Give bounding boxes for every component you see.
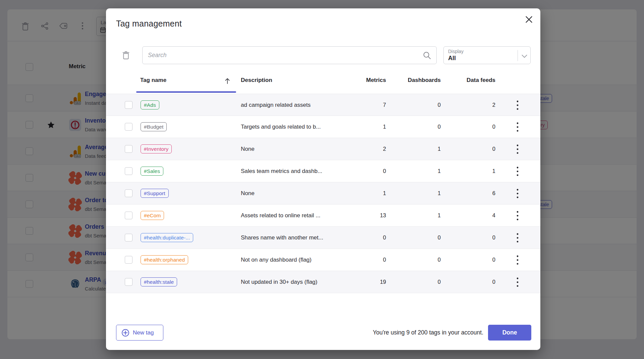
chevron-down-icon — [521, 54, 528, 58]
tag-count-datafeeds: 0 — [492, 234, 495, 241]
row-menu-icon[interactable] — [516, 232, 524, 244]
tag-chip[interactable]: #Sales — [141, 167, 163, 176]
tag-count-metrics: 2 — [383, 146, 386, 152]
row-menu-icon[interactable] — [516, 254, 524, 266]
tag-count-dashboards: 1 — [438, 168, 441, 174]
tag-count-dashboards: 0 — [438, 124, 441, 130]
column-header-data-feeds[interactable]: Data feeds — [467, 77, 495, 84]
column-header-tag-name[interactable]: Tag name — [140, 77, 166, 84]
tag-count-dashboards: 0 — [438, 234, 441, 241]
tag-row-checkbox[interactable] — [125, 212, 132, 219]
divider — [518, 50, 518, 61]
tag-row-checkbox[interactable] — [125, 167, 132, 175]
tag-count-dashboards: 1 — [438, 190, 441, 196]
tag-count-dashboards: 1 — [438, 146, 441, 152]
tag-count-datafeeds: 6 — [492, 190, 495, 196]
row-menu-icon[interactable] — [516, 210, 524, 222]
tag-chip[interactable]: #health:orphaned — [141, 255, 188, 264]
tag-count-metrics: 13 — [380, 212, 386, 219]
tag-count-metrics: 1 — [383, 124, 386, 130]
tag-table-body: #Adsad campaign related assets702#Budget… — [106, 94, 540, 293]
tag-row: #Adsad campaign related assets702 — [106, 94, 540, 116]
tag-row: #SupportNone116 — [106, 182, 540, 205]
tag-count-metrics: 19 — [380, 279, 386, 285]
column-header-dashboards[interactable]: Dashboards — [408, 77, 441, 84]
tag-row-checkbox[interactable] — [125, 101, 132, 109]
tag-chip[interactable]: #Inventory — [141, 144, 172, 153]
tag-count-datafeeds: 0 — [492, 124, 495, 130]
row-menu-icon[interactable] — [516, 276, 524, 288]
tag-row-checkbox[interactable] — [125, 145, 132, 153]
new-tag-button[interactable]: New tag — [116, 325, 163, 341]
tag-description: Targets and goals related to b... — [241, 124, 321, 130]
tag-row: #health:orphanedNot on any dashboard (fl… — [106, 249, 540, 271]
tag-row-checkbox[interactable] — [125, 278, 132, 286]
search-icon — [423, 51, 431, 60]
tag-count-datafeeds: 0 — [492, 146, 495, 152]
tag-count-dashboards: 1 — [438, 212, 441, 219]
tag-chip[interactable]: #health:stale — [141, 277, 177, 286]
column-header-description[interactable]: Description — [241, 77, 272, 84]
tag-count-metrics: 0 — [383, 257, 386, 263]
display-filter-label: Display — [448, 49, 464, 54]
tag-count-datafeeds: 0 — [492, 257, 495, 263]
tag-count-metrics: 0 — [383, 168, 386, 174]
tag-row: #SalesSales team metrics and dashb...011 — [106, 160, 540, 182]
tag-count-dashboards: 0 — [438, 257, 441, 263]
done-button[interactable]: Done — [488, 325, 531, 341]
tag-description: Shares name with another met... — [241, 234, 323, 241]
tag-count-datafeeds: 0 — [492, 279, 495, 285]
dialog-title: Tag management — [116, 19, 182, 29]
tag-management-dialog: Tag management Display All Tag name Desc… — [106, 8, 540, 350]
sort-ascending-icon[interactable] — [224, 77, 230, 85]
row-menu-icon[interactable] — [516, 121, 524, 133]
tag-count-datafeeds: 1 — [492, 168, 495, 174]
tag-search-box — [142, 46, 437, 64]
tag-row: #BudgetTargets and goals related to b...… — [106, 116, 540, 138]
tag-count-metrics: 7 — [383, 102, 386, 108]
tag-count-dashboards: 0 — [438, 279, 441, 285]
tag-row-checkbox[interactable] — [125, 123, 132, 131]
tag-usage-text: You're using 9 of 200 tags in your accou… — [373, 329, 483, 336]
tag-description: Sales team metrics and dashb... — [241, 168, 322, 175]
display-filter-value: All — [448, 55, 456, 62]
tag-count-metrics: 1 — [383, 190, 386, 196]
tag-description: Not updated in 30+ days (flag) — [241, 279, 317, 285]
tag-count-dashboards: 0 — [438, 102, 441, 108]
tag-description: None — [241, 146, 255, 152]
tag-chip[interactable]: #eCom — [141, 211, 164, 220]
row-menu-icon[interactable] — [516, 99, 524, 111]
tag-description: ad campaign related assets — [241, 102, 311, 108]
row-menu-icon[interactable] — [516, 187, 524, 199]
tag-chip[interactable]: #Ads — [141, 100, 159, 109]
tag-chip[interactable]: #Support — [141, 189, 169, 198]
plus-circle-icon — [121, 329, 129, 337]
search-input[interactable] — [148, 47, 423, 63]
column-header-metrics[interactable]: Metrics — [366, 77, 386, 84]
tag-row: #eComAssets related to online retail ...… — [106, 205, 540, 227]
tag-description: None — [241, 190, 255, 197]
tag-count-datafeeds: 2 — [492, 102, 495, 108]
tag-description: Assets related to online retail ... — [241, 212, 320, 219]
new-tag-label: New tag — [133, 329, 154, 336]
row-menu-icon[interactable] — [516, 165, 524, 177]
tag-row: #health:duplicate-...Shares name with an… — [106, 227, 540, 249]
tag-row-checkbox[interactable] — [125, 234, 132, 241]
tag-count-metrics: 0 — [383, 234, 386, 241]
tag-chip[interactable]: #health:duplicate-... — [141, 233, 193, 242]
delete-tags-icon[interactable] — [122, 51, 130, 59]
tag-chip[interactable]: #Budget — [141, 122, 167, 131]
display-filter-select[interactable]: Display All — [443, 46, 531, 64]
close-icon[interactable] — [525, 15, 533, 24]
tag-row: #health:staleNot updated in 30+ days (fl… — [106, 271, 540, 293]
tag-row-checkbox[interactable] — [125, 256, 132, 264]
tag-row-checkbox[interactable] — [125, 189, 132, 197]
tag-description: Not on any dashboard (flag) — [241, 257, 312, 263]
tag-row: #InventoryNone210 — [106, 138, 540, 160]
tag-count-datafeeds: 4 — [492, 212, 495, 219]
row-menu-icon[interactable] — [516, 143, 524, 155]
sort-active-underline — [136, 91, 236, 93]
